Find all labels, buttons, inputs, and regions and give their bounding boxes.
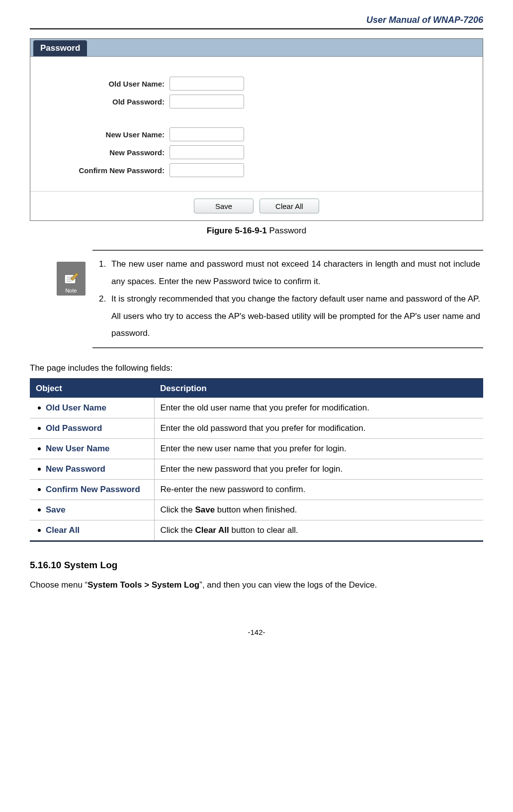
fields-intro: The page includes the following fields: xyxy=(30,363,483,373)
table-row: New PasswordEnter the new password that … xyxy=(30,459,483,480)
table-row: New User NameEnter the new user name tha… xyxy=(30,439,483,459)
note-icon: Note xyxy=(57,262,86,296)
section-body: Choose menu “System Tools > System Log”,… xyxy=(30,578,483,593)
bullet-icon xyxy=(38,529,41,532)
bullet-icon xyxy=(38,447,41,450)
desc-bold: Clear All xyxy=(195,525,229,535)
object-cell: Old Password xyxy=(30,418,154,439)
desc-pre: Click the xyxy=(161,525,195,535)
object-label: New Password xyxy=(46,464,105,474)
desc-pre: Enter the new password that you prefer f… xyxy=(161,464,343,474)
section-heading: 5.16.10 System Log xyxy=(30,560,483,571)
description-cell: Click the Save button when finished. xyxy=(154,500,483,520)
label-confirm-new-password: Confirm New Password: xyxy=(50,166,170,175)
table-row: SaveClick the Save button when finished. xyxy=(30,500,483,520)
description-cell: Enter the old password that you prefer f… xyxy=(154,418,483,439)
desc-bold: Save xyxy=(195,505,215,514)
object-cell: Confirm New Password xyxy=(30,480,154,500)
bullet-icon xyxy=(38,508,41,511)
table-row: Old User NameEnter the old user name tha… xyxy=(30,398,483,418)
tab-bar: Password xyxy=(30,39,483,57)
confirm-new-password-input[interactable] xyxy=(170,163,244,177)
object-label: Confirm New Password xyxy=(46,485,140,494)
section-body-post: ”, and then you can view the logs of the… xyxy=(199,580,377,590)
label-old-password: Old Password: xyxy=(50,98,170,106)
pencil-note-icon xyxy=(63,272,80,287)
figure-caption: Figure 5-16-9-1 Password xyxy=(30,226,483,236)
description-cell: Enter the new user name that you prefer … xyxy=(154,439,483,459)
button-bar: Save Clear All xyxy=(30,192,483,220)
table-row: Clear AllClick the Clear All button to c… xyxy=(30,520,483,541)
tab-password[interactable]: Password xyxy=(33,40,87,56)
object-cell: Clear All xyxy=(30,520,154,541)
section-body-pre: Choose menu “ xyxy=(30,580,87,590)
bullet-icon xyxy=(38,488,41,491)
save-button[interactable]: Save xyxy=(194,199,254,213)
clear-all-button[interactable]: Clear All xyxy=(259,199,319,213)
description-cell: Re-enter the new password to confirm. xyxy=(154,480,483,500)
object-cell: Old User Name xyxy=(30,398,154,418)
table-row: Old PasswordEnter the old password that … xyxy=(30,418,483,439)
note-item-2: It is strongly recommended that you chan… xyxy=(108,291,480,343)
label-new-password: New Password: xyxy=(50,148,170,157)
new-user-name-input[interactable] xyxy=(170,127,244,141)
desc-post: button when finished. xyxy=(215,505,297,514)
note-label: Note xyxy=(65,288,77,294)
description-cell: Click the Clear All button to clear all. xyxy=(154,520,483,541)
bullet-icon xyxy=(38,406,41,409)
desc-pre: Enter the old password that you prefer f… xyxy=(161,423,366,433)
bullet-icon xyxy=(38,427,41,430)
figure-title: Password xyxy=(267,226,306,235)
fields-table: Object Description Old User NameEnter th… xyxy=(30,378,483,542)
note-text: The new user name and password must not … xyxy=(92,250,483,348)
new-password-input[interactable] xyxy=(170,145,244,159)
table-row: Confirm New PasswordRe-enter the new pas… xyxy=(30,480,483,500)
label-old-user-name: Old User Name: xyxy=(50,80,170,88)
th-description: Description xyxy=(154,379,483,398)
label-new-user-name: New User Name: xyxy=(50,130,170,139)
object-label: New User Name xyxy=(46,444,110,453)
manual-header: User Manual of WNAP-7206 xyxy=(30,15,483,28)
panel-body: Old User Name: Old Password: New User Na… xyxy=(30,57,483,192)
header-rule xyxy=(30,28,483,29)
old-user-name-input[interactable] xyxy=(170,77,244,91)
note-item-1: The new user name and password must not … xyxy=(108,256,480,291)
object-label: Clear All xyxy=(46,525,80,535)
section-body-bold: System Tools > System Log xyxy=(87,580,199,590)
object-cell: New Password xyxy=(30,459,154,480)
note-block: Note The new user name and password must… xyxy=(57,250,483,348)
object-cell: New User Name xyxy=(30,439,154,459)
object-label: Old User Name xyxy=(46,403,106,412)
old-password-input[interactable] xyxy=(170,95,244,108)
th-object: Object xyxy=(30,379,154,398)
desc-pre: Enter the new user name that you prefer … xyxy=(161,444,346,453)
bullet-icon xyxy=(38,468,41,471)
desc-post: button to clear all. xyxy=(229,525,298,535)
description-cell: Enter the new password that you prefer f… xyxy=(154,459,483,480)
description-cell: Enter the old user name that you prefer … xyxy=(154,398,483,418)
object-label: Old Password xyxy=(46,423,102,433)
object-label: Save xyxy=(46,505,66,514)
figure-number: Figure 5-16-9-1 xyxy=(207,226,267,235)
object-cell: Save xyxy=(30,500,154,520)
desc-pre: Re-enter the new password to confirm. xyxy=(161,485,306,494)
page-number: -142- xyxy=(30,628,483,636)
desc-pre: Enter the old user name that you prefer … xyxy=(161,403,370,412)
password-panel: Password Old User Name: Old Password: Ne… xyxy=(30,38,483,221)
desc-pre: Click the xyxy=(161,505,195,514)
